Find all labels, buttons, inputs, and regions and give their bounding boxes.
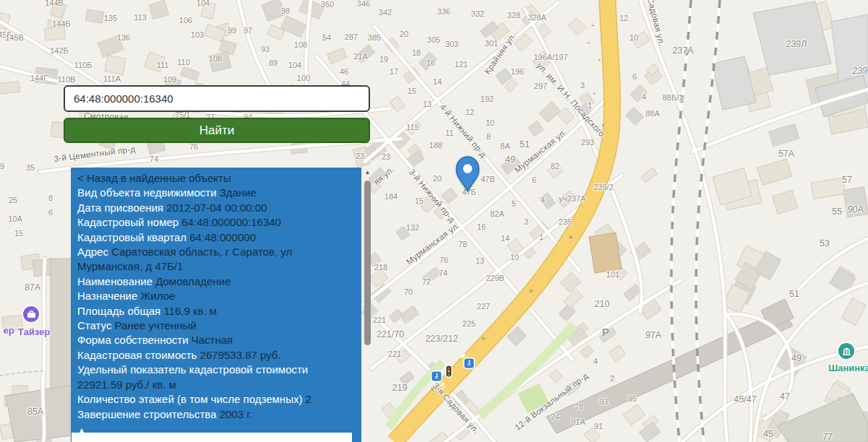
- panel-field: Адрес Саратовская область, г Саратов, ул…: [77, 245, 354, 274]
- house-number: 76: [189, 142, 198, 151]
- scrollbar-thumb[interactable]: [364, 181, 371, 345]
- house-number: 239: [853, 66, 868, 76]
- street-label: Садовая ул.: [646, 0, 666, 47]
- house-number: 8: [48, 194, 53, 202]
- house-number: 115: [406, 123, 419, 131]
- house-number: 229В: [486, 274, 504, 282]
- panel-field: Назначение Жилое: [77, 289, 354, 303]
- house-number: 82А: [490, 209, 504, 218]
- house-number: 144Б: [52, 20, 71, 28]
- panel-fields: Вид объекта недвижимости ЗданиеДата прис…: [77, 186, 354, 422]
- house-number: 97А: [645, 330, 661, 340]
- house-number: 10: [510, 253, 519, 261]
- house-number: 221: [373, 316, 386, 324]
- house-number: 11: [445, 129, 453, 137]
- house-number: 101: [606, 270, 619, 279]
- house-number: 2: [610, 374, 614, 383]
- house-number: 8: [486, 132, 491, 141]
- house-number: 188: [429, 141, 442, 150]
- house-number: 77: [822, 432, 833, 442]
- house-number: 10А: [8, 214, 22, 223]
- museum-icon[interactable]: [838, 343, 854, 359]
- map-pin[interactable]: [455, 156, 480, 192]
- house-number: 17: [390, 67, 398, 76]
- street-label: яя ул.: [372, 165, 396, 186]
- svg-text:+: +: [587, 40, 590, 46]
- house-number: 12: [465, 108, 474, 116]
- house-number: 100: [297, 74, 310, 82]
- find-button[interactable]: Найти: [64, 118, 370, 143]
- house-number: 192: [481, 95, 494, 103]
- house-number: 46: [340, 67, 348, 76]
- house-number: 90А: [848, 204, 864, 214]
- house-number: 53: [820, 238, 830, 248]
- svg-text:+: +: [598, 57, 601, 64]
- house-number: 16: [477, 222, 486, 231]
- house-number: 57А: [778, 149, 794, 159]
- house-number: 144В: [45, 0, 64, 7]
- house-number: 1: [588, 101, 592, 110]
- house-number: 20: [400, 30, 408, 38]
- scroll-up-arrow-icon[interactable]: ▲: [363, 169, 372, 176]
- house-number: 108: [294, 40, 307, 49]
- house-number: 342: [379, 8, 392, 17]
- street-label: 3-я Садовая ул.: [431, 381, 481, 435]
- house-number: 6: [48, 208, 53, 217]
- house-number: 239Л: [786, 39, 807, 49]
- briefcase-icon[interactable]: [23, 306, 39, 322]
- svg-text:+: +: [593, 90, 596, 97]
- house-number: 23: [382, 152, 390, 161]
- house-number: 97: [244, 26, 252, 35]
- house-number: 14: [433, 77, 442, 86]
- house-number: 45: [763, 429, 773, 439]
- house-number: 57: [842, 175, 852, 185]
- panel-field: Удельный показатель кадастровой стоимост…: [77, 363, 354, 392]
- house-number: 93: [261, 45, 270, 53]
- house-number: 47В: [481, 175, 495, 183]
- house-number: 8А: [500, 142, 510, 150]
- house-number: 99: [228, 26, 236, 35]
- street-label: 3-й Цементный пр-д: [53, 144, 136, 163]
- house-number: 237А: [672, 46, 693, 56]
- panel-field: Завершение строительства 2003 г.: [77, 407, 354, 422]
- house-number: 13: [423, 100, 431, 108]
- panel-scrollbar[interactable]: ▲: [363, 168, 372, 442]
- house-number: 218: [374, 263, 387, 272]
- house-number: 136: [117, 33, 130, 42]
- house-number: 111А: [103, 74, 121, 83]
- pin-body: [457, 157, 479, 191]
- house-number: 18: [412, 48, 421, 57]
- map-viewport[interactable]: +++++ Смотровая3-й Цементный пр-д3-й Ниж…: [0, 0, 868, 442]
- house-number: 332: [471, 9, 484, 18]
- search-input[interactable]: [64, 85, 370, 112]
- house-number: 10: [629, 33, 638, 42]
- collapsed-section: [72, 433, 352, 442]
- house-number: 346: [357, 0, 370, 8]
- house-number: 328А: [528, 13, 546, 22]
- house-number: 74: [439, 269, 447, 277]
- house-number: 223/212: [425, 334, 457, 344]
- house-number: 21А: [353, 52, 368, 61]
- house-number: 15: [408, 87, 416, 95]
- house-number: 6: [532, 176, 536, 184]
- poi-label[interactable]: ер: [3, 325, 14, 336]
- poi-label[interactable]: Тайзер: [18, 326, 50, 337]
- back-to-results-link[interactable]: < Назад в найденные объекты: [77, 171, 354, 186]
- street-label: ул. им. И.Н. Посадского: [536, 61, 606, 138]
- house-number: 385: [368, 33, 381, 42]
- parking-icon: P: [602, 326, 609, 338]
- house-number: 49: [791, 353, 802, 363]
- house-number: 219: [392, 383, 408, 393]
- panel-field: Кадастровый номер 64:48:000000:16340: [77, 215, 354, 230]
- panel-field: Количество этажей (в том числе подземных…: [77, 392, 354, 407]
- house-number: 328: [507, 11, 520, 20]
- house-number: 70: [404, 287, 413, 296]
- object-info-panel: < Назад в найденные объекты Вид объекта …: [71, 168, 361, 442]
- house-number: 87А: [25, 282, 40, 292]
- house-number: 89: [269, 58, 278, 67]
- house-number: 144Г: [30, 74, 48, 82]
- house-number: 49: [505, 155, 515, 165]
- house-number: 25: [9, 196, 17, 204]
- house-number: 184: [384, 192, 398, 201]
- poi-label[interactable]: Шанинка: [828, 363, 868, 373]
